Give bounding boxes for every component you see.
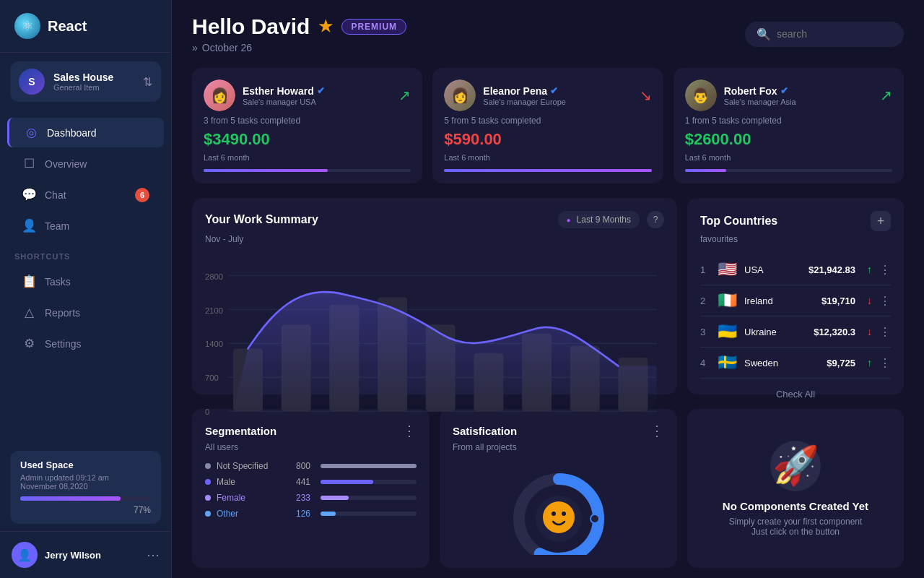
sales-avatar: 👩	[204, 79, 235, 111]
more-options-icon[interactable]: ⋮	[879, 263, 891, 277]
sales-person: 👨 Robert Fox ✔ Sale's manager Asia	[685, 79, 796, 111]
tc-add-button[interactable]: +	[871, 211, 891, 231]
sidebar-item-overview[interactable]: ☐ Overview	[7, 149, 164, 178]
seg-header: Segmentation ⋮	[205, 422, 417, 439]
tasks-icon: 📋	[22, 274, 36, 289]
sat-more-icon[interactable]: ⋮	[650, 422, 664, 439]
sales-progress-fill	[444, 169, 651, 172]
seg-bar	[321, 480, 417, 484]
sales-progress-bar	[685, 169, 892, 172]
seg-row-female: Female 233	[205, 493, 417, 503]
check-all-link[interactable]: Check All	[700, 389, 891, 400]
sales-amount: $590.00	[444, 130, 651, 149]
seg-row-male: Male 441	[205, 477, 417, 487]
svg-text:June: June	[569, 418, 586, 419]
segmentation-panel: Segmentation ⋮ All users Not Specified 8…	[192, 409, 430, 568]
sat-title: Satisfication	[453, 425, 517, 437]
chat-icon: 💬	[22, 187, 36, 202]
seg-sub: All users	[205, 442, 417, 452]
sidebar-item-team[interactable]: 👤 Team	[7, 211, 164, 241]
country-name: Sweden	[744, 358, 819, 368]
seg-bar	[321, 512, 417, 516]
sidebar-item-chat[interactable]: 💬 Chat 6	[7, 180, 164, 210]
country-row-ukraine: 3 🇺🇦 Ukraine $12,320.3 ↓ ⋮	[700, 316, 891, 348]
trend-down-icon: ↓	[867, 295, 872, 306]
sidebar-item-reports[interactable]: △ Reports	[7, 298, 164, 327]
seg-dot	[205, 479, 211, 485]
more-options-icon[interactable]: ⋮	[879, 356, 891, 370]
satisfaction-gauge	[501, 461, 616, 555]
chart-sub: Nov - July	[205, 234, 664, 244]
greeting-text: Hello David	[192, 14, 310, 39]
svg-text:Mar: Mar	[426, 418, 440, 419]
reports-icon: △	[22, 305, 36, 320]
header-date: » October 26	[192, 42, 406, 53]
svg-text:2100: 2100	[205, 306, 223, 314]
sales-period: Last 6 month	[685, 153, 892, 162]
svg-point-31	[543, 501, 575, 533]
country-row-sweden: 4 🇸🇪 Sweden $9,725 ↑ ⋮	[700, 348, 891, 379]
more-options-icon[interactable]: ⋮	[879, 325, 891, 339]
sidebar-item-label: Overview	[45, 158, 87, 170]
satisfaction-chart	[453, 461, 664, 555]
sales-period: Last 6 month	[444, 153, 651, 162]
more-options-icon[interactable]: ⋮	[879, 294, 891, 308]
sidebar-item-settings[interactable]: ⚙ Settings	[7, 329, 164, 358]
no-comp-sub: Simply create your first componentJust c…	[729, 517, 863, 537]
sales-avatar: 👩	[444, 79, 476, 111]
sales-progress-bar	[204, 169, 411, 172]
country-rank: 2	[700, 296, 710, 306]
svg-text:1400: 1400	[205, 340, 223, 348]
no-components-panel: 🚀 No Components Created Yet Simply creat…	[687, 409, 904, 568]
chart-period-label: Last 9 Months	[577, 215, 631, 225]
chat-badge: 6	[135, 188, 149, 202]
sales-role: Sale's manager USA	[243, 98, 325, 106]
country-flag: 🇺🇦	[718, 322, 737, 341]
seg-bar-fill	[321, 512, 336, 516]
premium-badge: PREMIUM	[341, 19, 406, 35]
user-name: Jerry Wilson	[45, 550, 139, 561]
search-icon: 🔍	[757, 27, 771, 41]
verified-icon: ✔	[317, 85, 325, 96]
seg-label: Female	[217, 493, 282, 503]
sales-amount: $3490.00	[204, 130, 411, 149]
sales-name: Esther Howard ✔	[243, 85, 325, 97]
country-flag: 🇸🇪	[718, 353, 737, 372]
country-flag: 🇮🇪	[718, 291, 737, 310]
sidebar-item-label: Dashboard	[47, 127, 97, 139]
seg-dot	[205, 495, 211, 501]
seg-more-icon[interactable]: ⋮	[402, 422, 417, 439]
sidebar-item-label: Tasks	[45, 276, 71, 288]
trend-down-icon: ↘	[640, 87, 652, 104]
seg-dot	[205, 511, 211, 517]
sales-card-robert: 👨 Robert Fox ✔ Sale's manager Asia ↗	[674, 68, 904, 184]
sidebar-item-tasks[interactable]: 📋 Tasks	[7, 267, 164, 296]
svg-point-32	[552, 512, 556, 516]
chart-help-icon[interactable]: ?	[647, 211, 664, 228]
sales-progress-fill	[204, 169, 328, 172]
search-input[interactable]	[777, 28, 885, 40]
chart-controls: ● Last 9 Months ?	[558, 211, 664, 228]
sidebar-item-dashboard[interactable]: ◎ Dashboard	[7, 118, 164, 147]
sales-tasks: 3 from 5 tasks completed	[204, 116, 411, 126]
header-left: Hello David ★ PREMIUM » October 26	[192, 14, 406, 53]
team-icon: 👤	[22, 218, 36, 233]
chart-title: Your Work Summary	[205, 213, 318, 226]
sidebar-user[interactable]: 👤 Jerry Wilson ⋯	[0, 531, 171, 578]
search-bar[interactable]: 🔍	[745, 22, 904, 47]
svg-text:2800: 2800	[205, 272, 223, 280]
seg-label: Other	[217, 509, 282, 519]
user-menu-icon[interactable]: ⋯	[147, 547, 160, 563]
sidebar-item-label: Reports	[45, 307, 80, 319]
tc-header: Top Countries +	[700, 211, 891, 231]
chart-period-selector[interactable]: ● Last 9 Months	[558, 211, 640, 228]
country-name: Ukraine	[744, 327, 806, 337]
used-space-bar-fill	[20, 496, 121, 501]
tc-title: Top Countries	[700, 215, 777, 228]
trend-up-icon: ↑	[867, 357, 872, 368]
sidebar-nav: ◎ Dashboard ☐ Overview 💬 Chat 6 👤 Team S…	[0, 111, 171, 444]
seg-label: Not Specified	[217, 461, 282, 471]
workspace-selector[interactable]: S Sales House General Item ⇅	[10, 61, 161, 102]
svg-text:0: 0	[205, 407, 209, 416]
shortcuts-label: SHORTCUTS	[0, 242, 171, 265]
